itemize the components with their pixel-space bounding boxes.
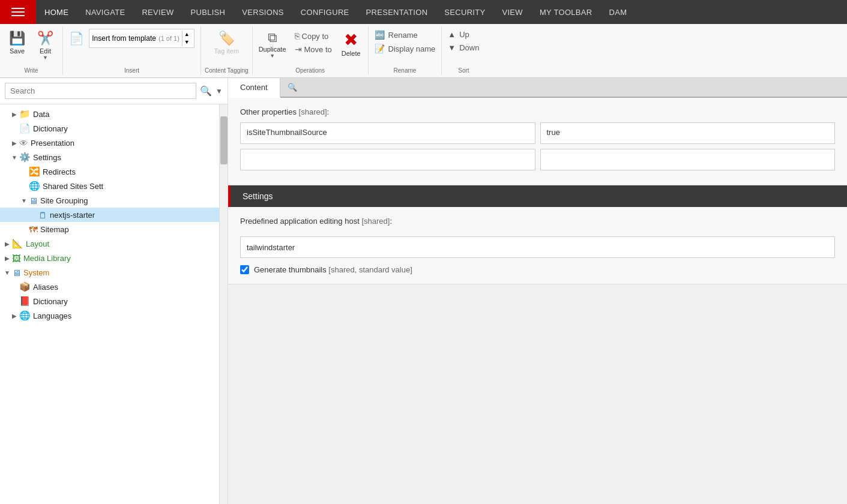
tree-item-redirects[interactable]: 🔀 Redirects: [0, 164, 219, 179]
tree-item-layout[interactable]: ▶ 📐 Layout: [0, 236, 219, 251]
tree-item-sitemap[interactable]: 🗺 Sitemap: [0, 222, 219, 236]
other-properties-section: Other properties [shared]: isSiteThumbna…: [228, 98, 847, 185]
tree-item-presentation[interactable]: ▶ 👁 Presentation: [0, 136, 219, 150]
tree-item-shared-sites[interactable]: 🌐 Shared Sites Sett: [0, 179, 219, 193]
tree-icon-sitemap: 🗺: [29, 224, 38, 235]
tree-item-data[interactable]: ▶ 📁 Data: [0, 107, 219, 121]
edit-icon: ✂️: [37, 31, 53, 46]
rename-button[interactable]: 🔤 Rename: [372, 29, 438, 41]
edit-button[interactable]: ✂️ Edit ▼: [32, 29, 59, 62]
prop-grid: isSiteThumbnailSource true: [240, 122, 835, 170]
tree-toggle-system[interactable]: ▼: [2, 269, 12, 276]
search-tab-icon: 🔍: [288, 83, 297, 92]
duplicate-label: Duplicate: [259, 46, 286, 53]
settings-section: Predefined application editing host [sha…: [228, 207, 847, 284]
menu-security[interactable]: SECURITY: [436, 0, 493, 24]
tree-scrollbar[interactable]: [219, 104, 228, 504]
tree-item-media-library[interactable]: ▶ 🖼 Media Library: [0, 251, 219, 265]
content-area: Content 🔍 Other properties [shared]: isS…: [228, 78, 847, 504]
predefined-host-input[interactable]: [240, 236, 835, 258]
tree-toggle-data[interactable]: ▶: [10, 111, 19, 118]
menu-home[interactable]: HOME: [36, 0, 77, 24]
save-label: Save: [10, 47, 25, 55]
tree-item-settings[interactable]: ▼ ⚙️ Settings: [0, 150, 219, 164]
move-icon: ⇥: [295, 44, 302, 54]
sort-up-label: Up: [459, 30, 469, 39]
tree-item-aliases[interactable]: 📦 Aliases: [0, 280, 219, 294]
generate-thumbnails-checkbox[interactable]: [240, 265, 249, 274]
menu-presentation[interactable]: PRESENTATION: [358, 0, 436, 24]
tree-icon-dict2: 📕: [19, 296, 31, 307]
tree-icon-data: 📁: [19, 109, 31, 119]
menu-publish[interactable]: PUBLISH: [182, 0, 234, 24]
delete-icon: ✖: [344, 30, 358, 50]
search-dropdown-icon[interactable]: ▼: [216, 87, 223, 95]
search-icon[interactable]: 🔍: [200, 85, 212, 97]
insert-arrow-down[interactable]: ▼: [182, 38, 191, 46]
tree-item-dict2[interactable]: 📕 Dictionary: [0, 294, 219, 308]
search-input[interactable]: [5, 83, 196, 99]
sort-up-button[interactable]: ▲ Up: [445, 29, 481, 40]
tree-label-media: Media Library: [23, 254, 71, 263]
hamburger-button[interactable]: [0, 0, 36, 24]
tagging-group-label: Content Tagging: [205, 67, 249, 75]
insert-template-dropdown[interactable]: Insert from template (1 of 1) ▲ ▼: [89, 29, 194, 48]
menu-my-toolbar[interactable]: MY TOOLBAR: [531, 0, 601, 24]
prop-value-1: true: [540, 122, 836, 144]
insert-arrow-up[interactable]: ▲: [182, 31, 191, 38]
menu-navigate[interactable]: NAVIGATE: [77, 0, 133, 24]
menu-versions[interactable]: VERSIONS: [234, 0, 292, 24]
tab-search-icon[interactable]: 🔍: [280, 78, 304, 97]
save-button[interactable]: 💾 Save: [4, 29, 31, 56]
ribbon-insert-group: 📄 Insert from template (1 of 1) ▲ ▼ Inse…: [63, 26, 201, 75]
display-name-label: Display name: [388, 44, 436, 53]
tree-icon-media: 🖼: [12, 253, 21, 263]
tree-toggle-site-grouping[interactable]: ▼: [19, 197, 29, 204]
generate-thumbnails-row: Generate thumbnails [shared, standard va…: [240, 265, 835, 274]
menu-dam[interactable]: DAM: [600, 0, 635, 24]
tab-content[interactable]: Content: [228, 78, 280, 98]
ribbon-toolbar: 💾 Save ✂️ Edit ▼ Write 📄 Insert from tem…: [0, 24, 847, 78]
tree-item-dictionary[interactable]: 📄 Dictionary: [0, 121, 219, 136]
write-group-label: Write: [24, 67, 38, 75]
display-name-icon: 📝: [375, 44, 385, 53]
tree-label-redirects: Redirects: [43, 167, 76, 176]
tree-item-nextjs-starter[interactable]: 🗒 nextjs-starter: [0, 208, 219, 222]
settings-section-heading: Settings: [228, 185, 847, 207]
tree-item-system[interactable]: ▼ 🖥 System: [0, 265, 219, 280]
sort-up-icon: ▲: [448, 30, 456, 39]
duplicate-button[interactable]: ⧉ Duplicate ▼: [256, 29, 289, 60]
sort-group-label: Sort: [458, 67, 469, 75]
tree-toggle-settings[interactable]: ▼: [10, 154, 19, 161]
tree-toggle-layout[interactable]: ▶: [2, 241, 12, 247]
search-bar: 🔍 ▼: [0, 78, 228, 104]
menu-configure[interactable]: CONFIGURE: [292, 0, 358, 24]
tree-label-shared-sites: Shared Sites Sett: [43, 182, 103, 191]
insert-group-label: Insert: [124, 67, 139, 75]
move-to-button[interactable]: ⇥ Move to: [292, 43, 334, 55]
delete-label: Delete: [342, 50, 361, 57]
copy-to-button[interactable]: ⎘ Copy to: [292, 30, 334, 42]
menu-view[interactable]: VIEW: [493, 0, 531, 24]
duplicate-icon: ⧉: [268, 30, 277, 46]
tree-toggle-media[interactable]: ▶: [2, 255, 12, 262]
ribbon-rename-group: 🔤 Rename 📝 Display name Rename: [369, 26, 442, 75]
delete-button[interactable]: ✖ Delete: [338, 29, 364, 58]
sort-down-button[interactable]: ▼ Down: [445, 42, 481, 53]
tag-item-button[interactable]: 🏷️ Tag item: [211, 29, 243, 56]
hamburger-icon: [11, 8, 25, 16]
ribbon-ops-group: ⧉ Duplicate ▼ ⎘ Copy to ⇥ Move to ✖ Dele…: [253, 26, 369, 75]
sidebar: 🔍 ▼ ▶ 📁 Data 📄 Dictionary ▶: [0, 78, 228, 504]
tree-item-languages[interactable]: ▶ 🌐 Languages: [0, 308, 219, 323]
display-name-button[interactable]: 📝 Display name: [372, 43, 438, 55]
tree-label-dict2: Dictionary: [33, 297, 68, 306]
menu-review[interactable]: REVIEW: [133, 0, 182, 24]
tree-toggle-languages[interactable]: ▶: [10, 313, 19, 319]
tree-scrollbar-thumb[interactable]: [220, 116, 228, 164]
prop-key-1: isSiteThumbnailSource: [240, 122, 535, 144]
tree-item-site-grouping[interactable]: ▼ 🖥 Site Grouping: [0, 193, 219, 208]
tree-container: ▶ 📁 Data 📄 Dictionary ▶ 👁 Presentation: [0, 104, 219, 504]
tree-toggle-presentation[interactable]: ▶: [10, 140, 19, 146]
move-to-label: Move to: [304, 45, 332, 54]
copy-to-label: Copy to: [302, 32, 329, 41]
